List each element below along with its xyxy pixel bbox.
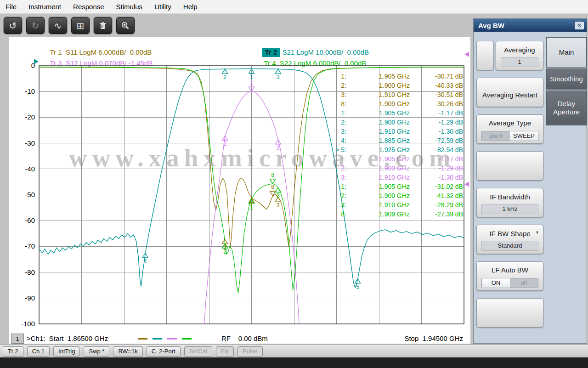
marker-value: -1.17 dB	[410, 108, 463, 118]
if-bandwidth-button[interactable]: IF Bandwidth 1 kHz	[476, 188, 543, 217]
marker-value: -1.30 dB	[410, 173, 463, 182]
lf-auto-bw-off-option[interactable]: off	[510, 278, 538, 288]
lf-auto-bw-on-option[interactable]: ON	[482, 278, 510, 288]
undo-icon: ↺	[9, 20, 17, 31]
status-button-c-2-port[interactable]: C 2-Port	[147, 346, 181, 357]
menu-item-instrument[interactable]: Instrument	[28, 3, 61, 11]
panel-title-bar[interactable]: Avg BW ✕	[474, 19, 587, 32]
menu-item-utility[interactable]: Utility	[154, 3, 171, 11]
svg-text:3: 3	[277, 74, 280, 80]
add-trace-button[interactable]: ∿	[49, 17, 67, 34]
marker-frequency: 1.905 GHz	[346, 182, 410, 191]
marker-readout-row: 2:1.900 GHz-41.32 dB	[331, 191, 465, 200]
marker-readout-row: 3:1.910 GHz-1.30 dB	[331, 127, 465, 136]
average-type-toggle[interactable]: point SWEEP	[481, 131, 538, 141]
trace-3-curve	[203, 91, 301, 344]
marker-value: -30.71 dB	[410, 72, 463, 81]
delete-button[interactable]	[94, 17, 112, 34]
marker-value: -1.29 dB	[410, 118, 463, 127]
marker-readout-row: 8:1.909 GHz-27.39 dB	[331, 209, 465, 219]
blank-button-1[interactable]	[476, 151, 543, 181]
rf-power-label: RF 0.00 dBm	[221, 334, 268, 342]
marker-number: 8:	[331, 99, 346, 108]
redo-icon: ↻	[32, 20, 40, 31]
averaging-restart-button[interactable]: Averaging Restart	[476, 78, 543, 107]
marker-readout-row: > 5:1.925 GHz-82.54 dB	[331, 145, 465, 154]
marker-number: 2:	[331, 164, 346, 173]
marker-number: 3:	[331, 90, 346, 99]
marker-number: 1:	[331, 72, 346, 81]
marker-value: -30.51 dB	[410, 90, 463, 99]
menu-item-help[interactable]: Help	[183, 3, 198, 11]
average-type-label: Average Type	[479, 119, 541, 127]
legend-dash	[167, 338, 177, 340]
marker-number: 3:	[331, 200, 346, 209]
toolbar: ↺ ↻ ∿ ⊞	[0, 14, 472, 37]
marker-frequency: 1.900 GHz	[346, 164, 410, 173]
marker-readout-row: 1:1.905 GHz-1.17 dB	[331, 154, 465, 164]
new-channel-button[interactable]: ⊞	[71, 17, 90, 34]
averaging-restart-label: Averaging Restart	[479, 91, 541, 99]
average-type-sweep-option[interactable]: SWEEP	[510, 131, 538, 141]
marker-number: 2:	[331, 191, 346, 200]
menu-item-stimulus[interactable]: Stimulus	[116, 3, 143, 11]
panel-buttons: Averaging 1 Averaging Restart Average Ty…	[476, 41, 543, 335]
marker-value: -1.30 dB	[410, 127, 463, 136]
tab-smoothing[interactable]: Smoothing	[546, 68, 587, 90]
marker-readout-row: 2:1.900 GHz-1.29 dB	[331, 164, 465, 173]
menu-item-file[interactable]: File	[6, 3, 17, 11]
close-icon[interactable]: ✕	[575, 22, 584, 29]
average-type-button[interactable]: Average Type point SWEEP	[476, 114, 543, 144]
marker-frequency: 1.900 GHz	[346, 118, 410, 127]
panel-title: Avg BW	[478, 22, 504, 29]
lf-auto-bw-button[interactable]: LF Auto BW ON off	[476, 261, 543, 291]
marker-value: -82.54 dB	[410, 145, 463, 154]
averaging-toggle-button[interactable]	[476, 41, 494, 70]
status-button-swp-[interactable]: Swp *	[84, 346, 109, 357]
averaging-value: 1	[501, 57, 538, 67]
status-button-srccal: SrcCal	[184, 346, 212, 357]
redo-button[interactable]: ↻	[26, 17, 45, 34]
marker-frequency: 1.910 GHz	[346, 200, 410, 209]
panel-tabs: Main Smoothing Delay Aperture	[546, 37, 587, 126]
chevron-down-icon: ▼	[535, 230, 539, 235]
marker-number: 2:	[331, 118, 346, 127]
zoom-button[interactable]	[116, 17, 135, 34]
reference-level-arrow-icon	[464, 181, 469, 187]
reference-level-arrow-icon	[464, 52, 469, 57]
marker-frequency: 1.910 GHz	[346, 90, 410, 99]
marker-value: -31.02 dB	[410, 182, 463, 191]
marker-frequency: 1.910 GHz	[346, 127, 410, 136]
marker-readout-row: 1:1.905 GHz-1.17 dB	[331, 108, 465, 118]
new-channel-icon: ⊞	[77, 20, 85, 31]
marker-readout-row: 1:1.905 GHz-30.71 dB	[331, 72, 465, 81]
marker-frequency: 1.910 GHz	[346, 173, 410, 182]
marker-readout-row: 3:1.910 GHz-1.30 dB	[331, 173, 465, 182]
status-button-ch-1[interactable]: Ch 1	[27, 346, 50, 357]
channel-indicator[interactable]: 1	[11, 334, 24, 344]
measurement-display: Tr 1 S11 LogM 6.000dB/ 0.00dB Tr 2 S21 L…	[9, 37, 470, 344]
marker-value: -1.17 dB	[410, 154, 463, 164]
status-button-tr-2[interactable]: Tr 2	[3, 346, 23, 357]
average-type-point-option[interactable]: point	[482, 131, 510, 141]
marker-value: -72.59 dB	[410, 136, 463, 145]
status-button-inttrig[interactable]: IntTrig	[53, 346, 80, 357]
marker-frequency: 1.925 GHz	[346, 145, 410, 154]
legend-dash	[153, 338, 162, 340]
marker-frequency: 1.905 GHz	[346, 154, 410, 164]
if-bw-shape-label: IF BW Shape	[479, 230, 541, 238]
tab-delay-aperture[interactable]: Delay Aperture	[546, 91, 587, 125]
svg-text:2: 2	[223, 141, 226, 147]
tab-main[interactable]: Main	[546, 37, 587, 68]
status-button-bw-1k[interactable]: BW=1k	[113, 346, 142, 357]
avg-bw-panel: Avg BW ✕ Averaging 1 Averaging Restart A…	[473, 18, 587, 344]
menu-item-response[interactable]: Response	[73, 3, 104, 11]
marker-frequency: 1.909 GHz	[346, 209, 410, 219]
if-bw-shape-button[interactable]: IF BW Shape ▼ Standard	[476, 225, 543, 254]
averaging-button[interactable]: Averaging 1	[496, 41, 543, 70]
status-bar: Tr 2Ch 1IntTrigSwp *BW=1kC 2-PortSrcCalF…	[0, 345, 588, 357]
blank-button-2[interactable]	[476, 298, 543, 328]
lf-auto-bw-toggle[interactable]: ON off	[481, 278, 538, 288]
undo-button[interactable]: ↺	[4, 17, 22, 34]
svg-text:1: 1	[250, 79, 253, 86]
